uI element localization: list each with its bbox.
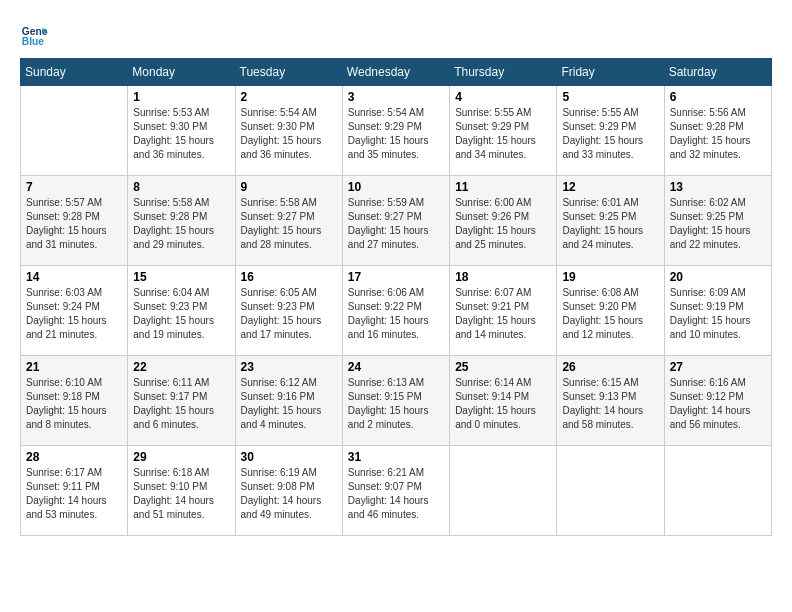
calendar-cell: 30Sunrise: 6:19 AM Sunset: 9:08 PM Dayli…: [235, 446, 342, 536]
week-row-5: 28Sunrise: 6:17 AM Sunset: 9:11 PM Dayli…: [21, 446, 772, 536]
day-number: 24: [348, 360, 444, 374]
calendar-cell: 3Sunrise: 5:54 AM Sunset: 9:29 PM Daylig…: [342, 86, 449, 176]
cell-info: Sunrise: 5:58 AM Sunset: 9:27 PM Dayligh…: [241, 196, 337, 252]
weekday-header-saturday: Saturday: [664, 59, 771, 86]
cell-info: Sunrise: 5:58 AM Sunset: 9:28 PM Dayligh…: [133, 196, 229, 252]
cell-info: Sunrise: 6:16 AM Sunset: 9:12 PM Dayligh…: [670, 376, 766, 432]
calendar-cell: 17Sunrise: 6:06 AM Sunset: 9:22 PM Dayli…: [342, 266, 449, 356]
cell-info: Sunrise: 6:15 AM Sunset: 9:13 PM Dayligh…: [562, 376, 658, 432]
cell-info: Sunrise: 6:08 AM Sunset: 9:20 PM Dayligh…: [562, 286, 658, 342]
logo: General Blue: [20, 20, 52, 48]
weekday-header-sunday: Sunday: [21, 59, 128, 86]
calendar-cell: 31Sunrise: 6:21 AM Sunset: 9:07 PM Dayli…: [342, 446, 449, 536]
cell-info: Sunrise: 6:12 AM Sunset: 9:16 PM Dayligh…: [241, 376, 337, 432]
day-number: 16: [241, 270, 337, 284]
cell-info: Sunrise: 5:59 AM Sunset: 9:27 PM Dayligh…: [348, 196, 444, 252]
day-number: 14: [26, 270, 122, 284]
calendar-cell: 21Sunrise: 6:10 AM Sunset: 9:18 PM Dayli…: [21, 356, 128, 446]
day-number: 28: [26, 450, 122, 464]
weekday-header-friday: Friday: [557, 59, 664, 86]
calendar-cell: 10Sunrise: 5:59 AM Sunset: 9:27 PM Dayli…: [342, 176, 449, 266]
day-number: 13: [670, 180, 766, 194]
day-number: 4: [455, 90, 551, 104]
page-header: General Blue: [20, 20, 772, 48]
calendar-cell: 24Sunrise: 6:13 AM Sunset: 9:15 PM Dayli…: [342, 356, 449, 446]
day-number: 26: [562, 360, 658, 374]
cell-info: Sunrise: 5:55 AM Sunset: 9:29 PM Dayligh…: [455, 106, 551, 162]
calendar-cell: 22Sunrise: 6:11 AM Sunset: 9:17 PM Dayli…: [128, 356, 235, 446]
cell-info: Sunrise: 6:06 AM Sunset: 9:22 PM Dayligh…: [348, 286, 444, 342]
weekday-header-tuesday: Tuesday: [235, 59, 342, 86]
week-row-4: 21Sunrise: 6:10 AM Sunset: 9:18 PM Dayli…: [21, 356, 772, 446]
calendar-cell: 27Sunrise: 6:16 AM Sunset: 9:12 PM Dayli…: [664, 356, 771, 446]
calendar-cell: 9Sunrise: 5:58 AM Sunset: 9:27 PM Daylig…: [235, 176, 342, 266]
cell-info: Sunrise: 6:07 AM Sunset: 9:21 PM Dayligh…: [455, 286, 551, 342]
day-number: 20: [670, 270, 766, 284]
cell-info: Sunrise: 6:03 AM Sunset: 9:24 PM Dayligh…: [26, 286, 122, 342]
cell-info: Sunrise: 6:02 AM Sunset: 9:25 PM Dayligh…: [670, 196, 766, 252]
day-number: 19: [562, 270, 658, 284]
day-number: 10: [348, 180, 444, 194]
day-number: 23: [241, 360, 337, 374]
cell-info: Sunrise: 6:21 AM Sunset: 9:07 PM Dayligh…: [348, 466, 444, 522]
calendar-cell: 18Sunrise: 6:07 AM Sunset: 9:21 PM Dayli…: [450, 266, 557, 356]
calendar-table: SundayMondayTuesdayWednesdayThursdayFrid…: [20, 58, 772, 536]
calendar-cell: 2Sunrise: 5:54 AM Sunset: 9:30 PM Daylig…: [235, 86, 342, 176]
weekday-header-wednesday: Wednesday: [342, 59, 449, 86]
calendar-cell: 11Sunrise: 6:00 AM Sunset: 9:26 PM Dayli…: [450, 176, 557, 266]
day-number: 15: [133, 270, 229, 284]
weekday-header-thursday: Thursday: [450, 59, 557, 86]
calendar-cell: 12Sunrise: 6:01 AM Sunset: 9:25 PM Dayli…: [557, 176, 664, 266]
day-number: 17: [348, 270, 444, 284]
cell-info: Sunrise: 6:14 AM Sunset: 9:14 PM Dayligh…: [455, 376, 551, 432]
day-number: 12: [562, 180, 658, 194]
cell-info: Sunrise: 6:00 AM Sunset: 9:26 PM Dayligh…: [455, 196, 551, 252]
cell-info: Sunrise: 6:05 AM Sunset: 9:23 PM Dayligh…: [241, 286, 337, 342]
cell-info: Sunrise: 5:55 AM Sunset: 9:29 PM Dayligh…: [562, 106, 658, 162]
logo-icon: General Blue: [20, 20, 48, 48]
cell-info: Sunrise: 5:56 AM Sunset: 9:28 PM Dayligh…: [670, 106, 766, 162]
calendar-cell: 20Sunrise: 6:09 AM Sunset: 9:19 PM Dayli…: [664, 266, 771, 356]
day-number: 21: [26, 360, 122, 374]
calendar-cell: 6Sunrise: 5:56 AM Sunset: 9:28 PM Daylig…: [664, 86, 771, 176]
cell-info: Sunrise: 5:54 AM Sunset: 9:29 PM Dayligh…: [348, 106, 444, 162]
calendar-cell: 25Sunrise: 6:14 AM Sunset: 9:14 PM Dayli…: [450, 356, 557, 446]
day-number: 6: [670, 90, 766, 104]
cell-info: Sunrise: 6:13 AM Sunset: 9:15 PM Dayligh…: [348, 376, 444, 432]
cell-info: Sunrise: 6:18 AM Sunset: 9:10 PM Dayligh…: [133, 466, 229, 522]
calendar-cell: [21, 86, 128, 176]
day-number: 1: [133, 90, 229, 104]
calendar-cell: [557, 446, 664, 536]
day-number: 27: [670, 360, 766, 374]
calendar-cell: [450, 446, 557, 536]
calendar-cell: 26Sunrise: 6:15 AM Sunset: 9:13 PM Dayli…: [557, 356, 664, 446]
calendar-cell: 19Sunrise: 6:08 AM Sunset: 9:20 PM Dayli…: [557, 266, 664, 356]
weekday-header-monday: Monday: [128, 59, 235, 86]
day-number: 25: [455, 360, 551, 374]
day-number: 8: [133, 180, 229, 194]
day-number: 22: [133, 360, 229, 374]
day-number: 9: [241, 180, 337, 194]
calendar-cell: 16Sunrise: 6:05 AM Sunset: 9:23 PM Dayli…: [235, 266, 342, 356]
calendar-cell: 1Sunrise: 5:53 AM Sunset: 9:30 PM Daylig…: [128, 86, 235, 176]
calendar-cell: 14Sunrise: 6:03 AM Sunset: 9:24 PM Dayli…: [21, 266, 128, 356]
calendar-cell: 23Sunrise: 6:12 AM Sunset: 9:16 PM Dayli…: [235, 356, 342, 446]
cell-info: Sunrise: 6:11 AM Sunset: 9:17 PM Dayligh…: [133, 376, 229, 432]
week-row-2: 7Sunrise: 5:57 AM Sunset: 9:28 PM Daylig…: [21, 176, 772, 266]
cell-info: Sunrise: 6:04 AM Sunset: 9:23 PM Dayligh…: [133, 286, 229, 342]
calendar-cell: 15Sunrise: 6:04 AM Sunset: 9:23 PM Dayli…: [128, 266, 235, 356]
day-number: 29: [133, 450, 229, 464]
day-number: 31: [348, 450, 444, 464]
calendar-cell: 4Sunrise: 5:55 AM Sunset: 9:29 PM Daylig…: [450, 86, 557, 176]
calendar-cell: [664, 446, 771, 536]
cell-info: Sunrise: 6:19 AM Sunset: 9:08 PM Dayligh…: [241, 466, 337, 522]
calendar-cell: 28Sunrise: 6:17 AM Sunset: 9:11 PM Dayli…: [21, 446, 128, 536]
calendar-cell: 8Sunrise: 5:58 AM Sunset: 9:28 PM Daylig…: [128, 176, 235, 266]
cell-info: Sunrise: 6:10 AM Sunset: 9:18 PM Dayligh…: [26, 376, 122, 432]
day-number: 5: [562, 90, 658, 104]
cell-info: Sunrise: 5:54 AM Sunset: 9:30 PM Dayligh…: [241, 106, 337, 162]
calendar-cell: 7Sunrise: 5:57 AM Sunset: 9:28 PM Daylig…: [21, 176, 128, 266]
calendar-cell: 29Sunrise: 6:18 AM Sunset: 9:10 PM Dayli…: [128, 446, 235, 536]
day-number: 30: [241, 450, 337, 464]
calendar-cell: 5Sunrise: 5:55 AM Sunset: 9:29 PM Daylig…: [557, 86, 664, 176]
